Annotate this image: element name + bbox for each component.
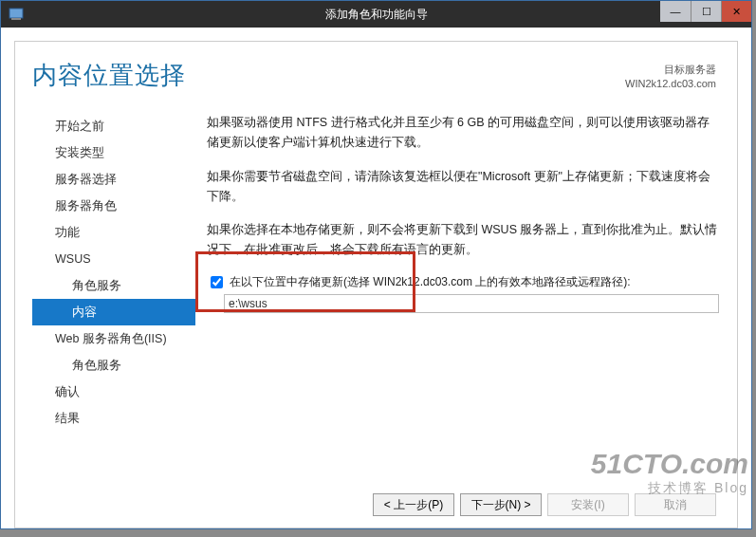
store-updates-label: 在以下位置中存储更新(选择 WIN2k12.dc03.com 上的有效本地路径或…: [230, 274, 631, 290]
nav-item-0[interactable]: 开始之前: [32, 113, 195, 139]
previous-button[interactable]: < 上一步(P): [373, 493, 454, 516]
page-title: 内容位置选择: [32, 59, 186, 92]
inner-frame: 内容位置选择 目标服务器 WIN2k12.dc03.com 开始之前安装类型服务…: [14, 41, 738, 528]
nav-item-4[interactable]: 功能: [32, 219, 195, 246]
nav-item-2[interactable]: 服务器选择: [32, 166, 195, 193]
store-location-row: 在以下位置中存储更新(选择 WIN2k12.dc03.com 上的有效本地路径或…: [207, 274, 719, 291]
wizard-button-row: < 上一步(P) 下一步(N) > 安装(I) 取消: [373, 493, 716, 516]
next-button[interactable]: 下一步(N) >: [460, 493, 542, 516]
nav-item-11[interactable]: 结果: [32, 405, 195, 432]
cancel-button: 取消: [635, 493, 716, 516]
nav-item-7[interactable]: 内容: [32, 299, 195, 325]
nav-item-1[interactable]: 安装类型: [32, 139, 195, 166]
window-controls: — ☐ ✕: [660, 1, 751, 22]
server-name: WIN2k12.dc03.com: [625, 77, 716, 91]
svg-rect-0: [9, 9, 23, 18]
server-label: 目标服务器: [625, 63, 716, 77]
store-updates-checkbox[interactable]: [211, 276, 223, 288]
server-info: 目标服务器 WIN2k12.dc03.com: [625, 63, 716, 92]
paragraph-2: 如果你需要节省磁盘空间，请清除该复选框以便在"Microsoft 更新"上存储更…: [207, 167, 719, 208]
wizard-window: 添加角色和功能向导 — ☐ ✕ 内容位置选择 目标服务器 WIN2k12.dc0…: [0, 0, 752, 529]
nav-item-8[interactable]: Web 服务器角色(IIS): [32, 325, 195, 352]
wizard-nav: 开始之前安装类型服务器选择服务器角色功能WSUS角色服务内容Web 服务器角色(…: [32, 113, 195, 475]
nav-item-6[interactable]: 角色服务: [32, 272, 195, 299]
maximize-button[interactable]: ☐: [691, 1, 721, 22]
nav-item-10[interactable]: 确认: [32, 379, 195, 405]
app-icon: [9, 7, 24, 22]
minimize-button[interactable]: —: [660, 1, 691, 22]
nav-item-9[interactable]: 角色服务: [32, 352, 195, 379]
right-pane: 如果驱动器使用 NTFS 进行格式化并且至少有 6 GB 的可用磁盘空间，则可以…: [195, 113, 727, 475]
close-button[interactable]: ✕: [721, 1, 751, 22]
content-area: 内容位置选择 目标服务器 WIN2k12.dc03.com 开始之前安装类型服务…: [1, 28, 751, 528]
titlebar[interactable]: 添加角色和功能向导 — ☐ ✕: [1, 1, 751, 28]
store-path-input[interactable]: [224, 294, 719, 313]
nav-item-3[interactable]: 服务器角色: [32, 193, 195, 219]
paragraph-1: 如果驱动器使用 NTFS 进行格式化并且至少有 6 GB 的可用磁盘空间，则可以…: [207, 113, 719, 154]
window-title: 添加角色和功能向导: [325, 7, 428, 23]
svg-rect-1: [11, 18, 21, 20]
paragraph-3: 如果你选择在本地存储更新，则不会将更新下载到 WSUS 服务器上，直到你批准为止…: [207, 220, 719, 261]
install-button: 安装(I): [547, 493, 629, 516]
nav-item-5[interactable]: WSUS: [32, 246, 195, 272]
